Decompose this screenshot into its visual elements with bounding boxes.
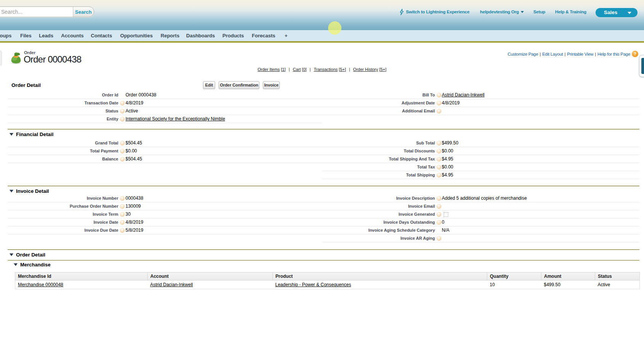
search-input[interactable] bbox=[0, 7, 73, 17]
help-icon[interactable]: ? bbox=[436, 141, 441, 146]
field-row: Status ? Active bbox=[8, 107, 322, 115]
help-icon[interactable]: ? bbox=[120, 149, 125, 154]
field-label: Invoice Days Outstanding bbox=[322, 218, 435, 226]
column-header-product[interactable]: Product bbox=[273, 272, 487, 280]
collapsed-right-panel-tab[interactable] bbox=[639, 55, 644, 77]
help-icon[interactable]: ? bbox=[120, 157, 125, 162]
field-row: Balance ? $504.45 bbox=[8, 155, 322, 163]
account-link[interactable]: Astrid Dacian-Inkwell bbox=[150, 282, 193, 287]
order-confirmation-button[interactable]: Order Confirmation bbox=[219, 81, 259, 89]
setup-link[interactable]: Setup bbox=[533, 9, 545, 15]
help-icon[interactable]: ? bbox=[632, 51, 638, 57]
tab-groups[interactable]: Groups bbox=[0, 30, 11, 41]
order-history-link[interactable]: Order History bbox=[353, 67, 378, 72]
help-icon[interactable]: ? bbox=[120, 196, 125, 201]
separator: | bbox=[349, 67, 350, 72]
help-icon[interactable]: ? bbox=[436, 165, 441, 170]
cart-link[interactable]: Cart bbox=[293, 67, 301, 72]
product-link[interactable]: Leadership - Power & Consequences bbox=[275, 282, 351, 287]
customize-page-link[interactable]: Customize Page bbox=[507, 52, 538, 56]
page-title: Order 0000438 bbox=[24, 54, 81, 65]
field-row: Sub Total ? $499.50 bbox=[322, 139, 639, 147]
tab-add-plus[interactable]: + bbox=[285, 30, 288, 41]
merchandise-table-row: Merchandise 0000048 Astrid Dacian-Inkwel… bbox=[15, 280, 640, 289]
tab-forecasts[interactable]: Forecasts bbox=[252, 30, 275, 41]
detail-buttons: Edit Order Confirmation Invoice bbox=[203, 81, 282, 89]
help-icon[interactable]: ? bbox=[436, 101, 441, 106]
column-header-quantity[interactable]: Quantity bbox=[487, 272, 541, 280]
help-icon[interactable]: ? bbox=[436, 204, 441, 209]
section-title: Order Detail bbox=[16, 252, 45, 258]
column-header-account[interactable]: Account bbox=[148, 272, 273, 280]
tab-contacts[interactable]: Contacts bbox=[91, 30, 112, 41]
financial-detail-section-header: Financial Detail bbox=[8, 129, 639, 137]
merchandise-id-link[interactable]: Merchandise 0000048 bbox=[18, 282, 63, 287]
tab-files[interactable]: Files bbox=[20, 30, 32, 41]
tab-products[interactable]: Products bbox=[222, 30, 244, 41]
column-header-merchandise-id[interactable]: Merchandise Id bbox=[15, 272, 148, 280]
help-and-training-link[interactable]: Help & Training bbox=[555, 9, 586, 15]
help-icon[interactable]: ? bbox=[436, 93, 441, 98]
field-label: Invoice Due Date bbox=[8, 226, 118, 234]
order-detail-section-title: Order Detail bbox=[11, 82, 41, 88]
help-icon[interactable]: ? bbox=[120, 212, 125, 217]
org-menu[interactable]: helpdevtesting Org bbox=[480, 9, 519, 15]
help-icon[interactable]: ? bbox=[436, 157, 441, 162]
app-menu-button[interactable]: Sales bbox=[596, 8, 638, 17]
help-for-this-page-link[interactable]: Help for this Page bbox=[597, 52, 630, 56]
help-icon[interactable]: ? bbox=[120, 101, 125, 106]
help-icon[interactable]: ? bbox=[436, 220, 441, 225]
field-row: Invoice Days Outstanding ? 0 bbox=[322, 218, 639, 226]
tab-bar-underline bbox=[0, 41, 644, 43]
help-icon[interactable]: ? bbox=[120, 117, 125, 122]
edit-layout-link[interactable]: Edit Layout bbox=[542, 52, 563, 56]
global-header: Search Switch to Lightning Experience he… bbox=[0, 0, 644, 30]
bill-to-link[interactable]: Astrid Dacian-Inkwell bbox=[442, 92, 485, 98]
help-icon[interactable]: ? bbox=[436, 196, 441, 201]
help-icon[interactable]: ? bbox=[436, 173, 441, 178]
field-row: Total Tax ? $0.00 bbox=[322, 163, 639, 171]
field-row: Entity ? International Society for the E… bbox=[8, 115, 322, 123]
collapse-triangle-icon[interactable] bbox=[10, 133, 13, 136]
help-icon[interactable]: ? bbox=[436, 109, 441, 114]
collapsed-left-sidebar-handle[interactable] bbox=[0, 51, 2, 66]
help-icon[interactable]: ? bbox=[120, 204, 125, 209]
tab-opportunities[interactable]: Opportunities bbox=[120, 30, 153, 41]
order-items-link[interactable]: Order Items bbox=[258, 67, 280, 72]
field-row: Transaction Date ? 4/8/2019 bbox=[8, 99, 322, 107]
search-button[interactable]: Search bbox=[73, 7, 94, 17]
switch-to-lightning-link[interactable]: Switch to Lightning Experience bbox=[406, 9, 470, 15]
help-icon[interactable]: ? bbox=[120, 220, 125, 225]
field-value: 0 bbox=[442, 218, 444, 226]
tab-reports[interactable]: Reports bbox=[161, 30, 179, 41]
help-icon[interactable]: ? bbox=[120, 141, 125, 146]
subsection-title: Merchandise bbox=[20, 262, 50, 268]
order-history-count: [5+] bbox=[379, 67, 386, 72]
collapse-triangle-icon[interactable] bbox=[10, 253, 13, 256]
field-label: Order Id bbox=[8, 91, 118, 99]
field-row: Invoice AR Aging ? bbox=[322, 234, 639, 242]
invoice-button[interactable]: Invoice bbox=[263, 81, 280, 89]
transactions-link[interactable]: Transactions bbox=[314, 67, 338, 72]
field-row: Bill To ? Astrid Dacian-Inkwell bbox=[322, 91, 639, 99]
tab-leads[interactable]: Leads bbox=[39, 30, 53, 41]
collapse-triangle-icon[interactable] bbox=[10, 190, 13, 192]
help-icon[interactable]: ? bbox=[436, 212, 441, 217]
related-list-links: Order Items [1]|Cart [0]|Transactions [5… bbox=[0, 67, 644, 72]
tab-accounts[interactable]: Accounts bbox=[61, 30, 84, 41]
column-header-status[interactable]: Status bbox=[595, 272, 640, 280]
column-header-amount[interactable]: Amount bbox=[541, 272, 595, 280]
help-icon[interactable]: ? bbox=[436, 149, 441, 154]
tab-dashboards[interactable]: Dashboards bbox=[186, 30, 215, 41]
entity-link[interactable]: International Society for the Exceptiona… bbox=[126, 116, 225, 122]
invoice-generated-checkbox[interactable] bbox=[444, 212, 448, 217]
printable-view-link[interactable]: Printable View bbox=[567, 52, 593, 56]
help-icon[interactable]: ? bbox=[120, 109, 125, 114]
help-icon[interactable]: ? bbox=[120, 228, 125, 233]
edit-button[interactable]: Edit bbox=[203, 81, 215, 89]
org-menu-chevron-down-icon[interactable] bbox=[521, 11, 524, 13]
collapse-triangle-icon[interactable] bbox=[14, 263, 18, 266]
help-icon[interactable]: ? bbox=[436, 236, 441, 241]
invoice-detail-left-column: Invoice Number ? 0000438 Purchase Order … bbox=[8, 194, 322, 234]
field-label: Adjustment Date bbox=[322, 99, 435, 107]
